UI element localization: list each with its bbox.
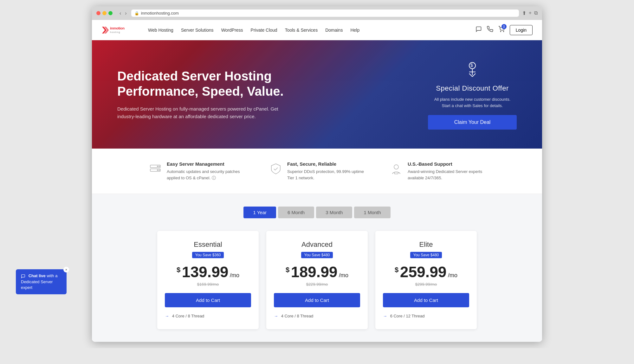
hero-title-line1: Dedicated Server Hosting bbox=[117, 69, 272, 83]
arrow-icon: → bbox=[274, 314, 278, 318]
nav-wordpress[interactable]: WordPress bbox=[221, 28, 243, 33]
discount-desc: All plans include new customer discounts… bbox=[428, 96, 517, 109]
arrow-icon: → bbox=[383, 314, 387, 318]
svg-line-9 bbox=[469, 73, 472, 77]
plan-card-elite: Elite You Save $480 $ 259.99 /mo $299.99… bbox=[375, 231, 477, 329]
feature-fast-secure-title: Fast, Secure, Reliable bbox=[287, 161, 365, 167]
spec-essential-0: → 4 Core / 8 Thread bbox=[165, 312, 251, 320]
svg-text:hosting: hosting bbox=[110, 31, 120, 34]
feature-us-support-desc: Award-winning Dedicated Server experts a… bbox=[408, 169, 485, 181]
close-window-dot[interactable] bbox=[96, 11, 100, 15]
back-button[interactable]: ‹ bbox=[118, 10, 122, 17]
price-mo-essential: /mo bbox=[230, 272, 239, 278]
server-management-icon bbox=[149, 163, 162, 178]
share-icon[interactable]: ⬆ bbox=[522, 10, 526, 16]
billing-tabs: 1 Year 6 Month 3 Month 1 Month bbox=[117, 207, 517, 218]
chat-widget: × Chat live with a Dedicated Server expe… bbox=[16, 269, 67, 294]
discount-title: Special Discount Offer bbox=[428, 84, 517, 93]
address-bar[interactable]: 🔒 inmotionhosting.com bbox=[131, 10, 519, 17]
plan-name-essential: Essential bbox=[165, 240, 251, 249]
claim-deal-button[interactable]: Claim Your Deal bbox=[428, 115, 517, 130]
url-text: inmotionhosting.com bbox=[141, 11, 179, 16]
feature-fast-secure: Fast, Secure, Reliable Superior DDoS pro… bbox=[269, 161, 365, 181]
save-badge-wrap-essential: You Save $360 bbox=[165, 252, 251, 263]
price-main-advanced: $ 189.99 /mo bbox=[274, 263, 360, 281]
price-original-advanced: $229.99/mo bbox=[274, 282, 360, 287]
cart-badge: 0 bbox=[501, 24, 507, 29]
billing-tab-1year[interactable]: 1 Year bbox=[243, 207, 276, 218]
feature-server-management-text: Easy Server Management Automatic updates… bbox=[167, 161, 244, 181]
save-badge-essential: You Save $360 bbox=[192, 252, 224, 258]
price-amount-advanced: 189.99 bbox=[291, 264, 338, 280]
billing-tab-3month[interactable]: 3 Month bbox=[316, 207, 352, 218]
browser-window: ‹ › 🔒 inmotionhosting.com ⬆ + ⧉ inmotion… bbox=[92, 6, 542, 342]
svg-point-5 bbox=[503, 31, 504, 32]
new-tab-icon[interactable]: + bbox=[529, 10, 532, 16]
save-badge-wrap-elite: You Save $480 bbox=[383, 252, 469, 263]
feature-server-management-title: Easy Server Management bbox=[167, 161, 244, 167]
minimize-window-dot[interactable] bbox=[102, 11, 107, 15]
hero-left: Dedicated Server Hosting Performance, Sp… bbox=[117, 68, 428, 120]
billing-tab-6month[interactable]: 6 Month bbox=[278, 207, 314, 218]
window-controls bbox=[96, 11, 113, 15]
phone-nav-button[interactable] bbox=[487, 26, 493, 34]
nav-help[interactable]: Help bbox=[350, 28, 359, 33]
hero-title: Dedicated Server Hosting Performance, Sp… bbox=[117, 68, 428, 99]
feature-us-support-text: U.S.-Based Support Award-winning Dedicat… bbox=[408, 161, 485, 181]
price-main-essential: $ 139.99 /mo bbox=[165, 263, 251, 281]
billing-tab-1month[interactable]: 1 Month bbox=[354, 207, 390, 218]
price-amount-essential: 139.99 bbox=[182, 264, 229, 280]
chat-close-button[interactable]: × bbox=[63, 267, 69, 272]
add-cart-advanced[interactable]: Add to Cart bbox=[274, 293, 360, 307]
tabs-icon[interactable]: ⧉ bbox=[534, 10, 538, 16]
hero-right: $ Special Discount Offer All plans inclu… bbox=[428, 59, 517, 130]
forward-button[interactable]: › bbox=[124, 10, 128, 17]
browser-action-buttons: ⬆ + ⧉ bbox=[522, 10, 538, 16]
svg-point-17 bbox=[157, 169, 158, 171]
nav-tools-services[interactable]: Tools & Services bbox=[285, 28, 318, 33]
navbar: inmotion hosting Web Hosting Server Solu… bbox=[92, 20, 542, 40]
price-mo-advanced: /mo bbox=[339, 272, 348, 278]
save-badge-advanced: You Save $480 bbox=[301, 252, 333, 258]
svg-point-16 bbox=[157, 166, 158, 167]
price-original-elite: $299.99/mo bbox=[383, 282, 469, 287]
chat-text-bold: Chat live bbox=[29, 273, 46, 278]
svg-point-15 bbox=[158, 169, 160, 171]
login-button[interactable]: Login bbox=[510, 25, 533, 35]
pricing-section: 1 Year 6 Month 3 Month 1 Month Essential… bbox=[92, 194, 542, 342]
discount-desc-line1: All plans include new customer discounts… bbox=[434, 97, 511, 102]
price-dollar-elite: $ bbox=[395, 266, 398, 274]
price-original-essential: $169.99/mo bbox=[165, 282, 251, 287]
save-badge-elite: You Save $480 bbox=[410, 252, 442, 258]
hero-title-line2: Performance, Speed, Value. bbox=[117, 84, 284, 98]
nav-private-cloud[interactable]: Private Cloud bbox=[251, 28, 277, 33]
logo[interactable]: inmotion hosting bbox=[101, 24, 139, 36]
nav-server-solutions[interactable]: Server Solutions bbox=[181, 28, 214, 33]
save-badge-wrap-advanced: You Save $480 bbox=[274, 252, 360, 263]
chat-icon bbox=[21, 273, 27, 278]
svg-text:$: $ bbox=[470, 63, 473, 68]
price-mo-elite: /mo bbox=[448, 272, 457, 278]
discount-desc-line2: Start a chat with Sales for details. bbox=[442, 103, 503, 108]
plan-card-advanced: Advanced You Save $480 $ 189.99 /mo $229… bbox=[266, 231, 368, 329]
discount-icon: $ bbox=[428, 59, 517, 82]
add-cart-essential[interactable]: Add to Cart bbox=[165, 293, 251, 307]
fullscreen-window-dot[interactable] bbox=[108, 11, 113, 15]
svg-point-14 bbox=[158, 166, 160, 167]
price-main-elite: $ 259.99 /mo bbox=[383, 263, 469, 281]
plan-card-essential: Essential You Save $360 $ 139.99 /mo $16… bbox=[157, 231, 259, 329]
feature-server-management: Easy Server Management Automatic updates… bbox=[149, 161, 244, 181]
hero-description: Dedicated Server Hosting on fully-manage… bbox=[117, 105, 282, 120]
spec-advanced-0: → 4 Core / 8 Thread bbox=[274, 312, 360, 320]
cart-nav-button[interactable]: 0 bbox=[498, 26, 505, 34]
browser-nav-buttons: ‹ › bbox=[118, 10, 128, 17]
features-section: Easy Server Management Automatic updates… bbox=[92, 149, 542, 194]
nav-web-hosting[interactable]: Web Hosting bbox=[148, 28, 173, 33]
browser-titlebar: ‹ › 🔒 inmotionhosting.com ⬆ + ⧉ bbox=[92, 6, 542, 20]
chat-nav-button[interactable] bbox=[476, 26, 482, 34]
nav-icons: 0 Login bbox=[476, 25, 533, 35]
nav-links: Web Hosting Server Solutions WordPress P… bbox=[148, 28, 476, 33]
add-cart-elite[interactable]: Add to Cart bbox=[383, 293, 469, 307]
price-dollar-essential: $ bbox=[177, 266, 180, 274]
nav-domains[interactable]: Domains bbox=[325, 28, 343, 33]
